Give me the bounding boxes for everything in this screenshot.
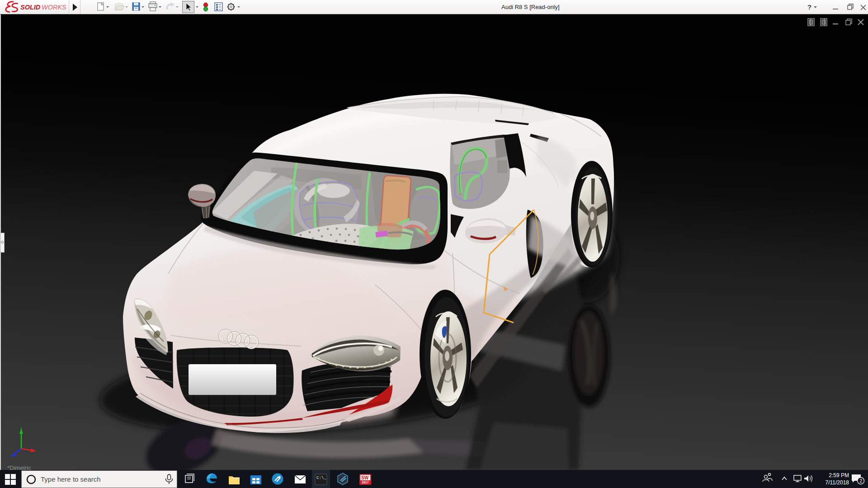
- svg-text:?: ?: [807, 3, 811, 11]
- svg-text:2: 2: [860, 479, 863, 483]
- svg-text:SOLID: SOLID: [20, 4, 41, 11]
- svg-text:SW: SW: [361, 475, 369, 480]
- svg-text:2017: 2017: [362, 481, 369, 484]
- svg-text:WORKS: WORKS: [42, 4, 66, 11]
- svg-text:C:\_: C:\_: [316, 476, 326, 480]
